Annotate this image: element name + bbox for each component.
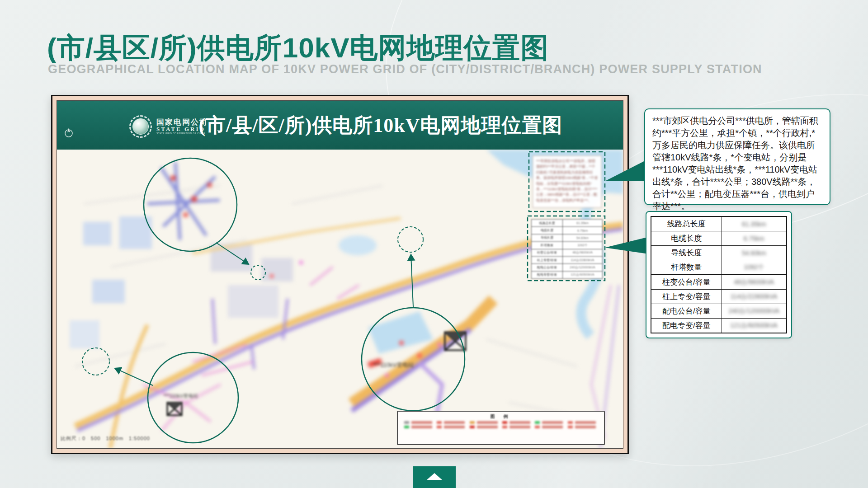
map-inset-note: ***市郊区供电分公司***供电所，管辖面积约***平方公里，承担*个镇，**个… xyxy=(533,155,602,208)
blurred-value: 48台/9600kVA xyxy=(734,278,774,286)
legend-item xyxy=(535,426,565,428)
table-row: 电缆长度6.75km xyxy=(651,231,787,246)
map-header-bar: 国家电网公司 STATE GRID STATE GRID CORPORATION… xyxy=(57,101,623,150)
legend-item xyxy=(568,421,598,424)
statistics-table: 线路总长度61.35km 电缆长度6.75km 导线长度54.60km 杆塔数量… xyxy=(651,216,787,333)
table-row: 配电公台/容量240台/120000kVA xyxy=(651,304,787,318)
legend-item xyxy=(437,421,467,424)
map-scale-text: 比例尺：0 500 1000m 1:50000 xyxy=(61,435,150,442)
legend-item xyxy=(437,426,467,428)
map-legend: 图 例 xyxy=(397,411,605,445)
map-inset-table: 线路总长度61.35km 电缆长度6.75km 导线长度54.60km 杆塔数量… xyxy=(531,219,603,279)
blurred-value: 240台/120000kVA xyxy=(728,307,779,315)
table-row: 配电专变/容量121台/60500kVA xyxy=(651,318,787,333)
legend-item xyxy=(404,426,434,428)
substation-label: ***110kV变电站 xyxy=(373,361,414,369)
table-row: 导线长度54.60km xyxy=(651,246,787,260)
collapse-button[interactable] xyxy=(413,466,456,488)
blurred-value: 1092个 xyxy=(744,263,764,272)
blurred-value: 114台/22800kVA xyxy=(731,293,778,301)
legend-item xyxy=(502,421,532,424)
table-row: 柱上专变/容量114台/22800kVA xyxy=(651,289,787,304)
map-poster-panel: 国家电网公司 STATE GRID STATE GRID CORPORATION… xyxy=(51,95,629,454)
blurred-value: 54.60km xyxy=(742,249,766,257)
statistics-callout: 线路总长度61.35km 电缆长度6.75km 导线长度54.60km 杆塔数量… xyxy=(646,211,792,338)
legend-item xyxy=(470,421,500,424)
blurred-value: 61.35km xyxy=(742,221,766,228)
description-callout: ***市郊区供电分公司***供电所，管辖面积约***平方公里，承担*个镇，**个… xyxy=(644,108,830,205)
map-title: (市/县/区/所)供电所10kV电网地理位置图 xyxy=(57,112,623,139)
substation-label: ***110kV变电站 xyxy=(164,393,198,399)
legend-item xyxy=(404,421,434,424)
page-subtitle: GEOGRAPHICAL LOCATION MAP OF 10KV POWER … xyxy=(48,62,762,76)
table-row: 柱变公台/容量48台/9600kVA xyxy=(651,275,787,289)
legend-title: 图 例 xyxy=(398,413,604,420)
legend-item xyxy=(470,426,500,428)
slide-stage: (市/县区/所)供电所10kV电网地理位置图 GEOGRAPHICAL LOCA… xyxy=(0,0,868,488)
description-text: ***市郊区供电分公司***供电所，管辖面积约***平方公里，承担*个镇，**个… xyxy=(652,115,822,212)
table-row: 线路总长度61.35km xyxy=(651,216,787,231)
up-arrow-icon xyxy=(427,473,442,480)
page-title: (市/县区/所)供电所10kV电网地理位置图 xyxy=(47,29,549,67)
blurred-value: 121台/60500kVA xyxy=(730,322,778,330)
map-canvas: ***市郊区供电分公司***供电所，管辖面积约***平方公里，承担*个镇，**个… xyxy=(57,150,623,448)
legend-item xyxy=(535,421,565,424)
legend-items xyxy=(398,420,604,430)
legend-item xyxy=(568,426,598,428)
legend-item xyxy=(502,426,532,428)
map-poster-frame: 国家电网公司 STATE GRID STATE GRID CORPORATION… xyxy=(57,100,623,449)
blurred-value: 6.75km xyxy=(744,235,764,242)
table-row: 杆塔数量1092个 xyxy=(651,260,787,275)
